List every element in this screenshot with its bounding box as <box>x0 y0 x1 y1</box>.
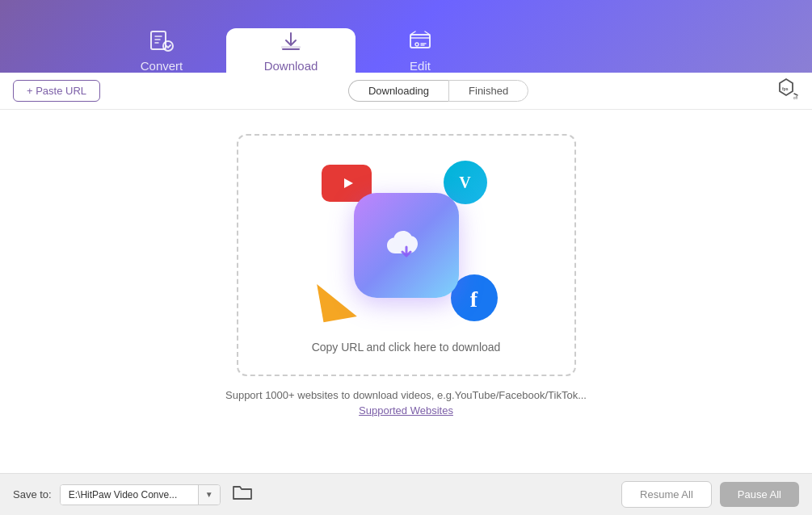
finished-tab-label: Finished <box>469 85 508 97</box>
tab-download-label: Download <box>264 59 318 73</box>
svg-point-4 <box>415 43 419 46</box>
paste-url-button[interactable]: + Paste URL <box>13 80 100 102</box>
supported-websites-link[interactable]: Supported Websites <box>359 404 453 417</box>
tab-download[interactable]: Download <box>226 28 356 77</box>
svg-text:fps: fps <box>782 86 789 91</box>
edit-icon <box>407 28 433 54</box>
pause-all-button[interactable]: Pause All <box>720 482 799 507</box>
pause-all-label: Pause All <box>738 488 781 500</box>
tab-convert-label: Convert <box>141 59 183 73</box>
tab-edit[interactable]: Edit <box>356 28 485 73</box>
path-dropdown-button[interactable]: ▼ <box>198 485 220 505</box>
svg-rect-3 <box>410 35 430 48</box>
fps-icon: fps off <box>776 84 799 104</box>
downloading-tab-btn[interactable]: Downloading <box>348 80 448 102</box>
paste-url-label: + Paste URL <box>27 85 86 97</box>
download-icon <box>278 28 304 54</box>
center-download-icon <box>354 193 459 298</box>
resume-all-button[interactable]: Resume All <box>621 481 712 508</box>
finished-tab-btn[interactable]: Finished <box>448 80 528 102</box>
save-path-input[interactable] <box>61 485 198 505</box>
tab-edit-label: Edit <box>410 59 431 73</box>
bottom-bar: Save to: ▼ Resume All Pause All <box>0 473 812 515</box>
download-tabs: Downloading Finished <box>110 80 767 102</box>
drop-zone-label: Copy URL and click here to download <box>312 341 501 354</box>
folder-icon <box>232 485 253 505</box>
illustration: V f <box>305 157 507 334</box>
open-folder-button[interactable] <box>229 484 256 506</box>
main-content: V f Copy URL and click here to download … <box>0 110 812 473</box>
convert-icon <box>149 28 175 54</box>
path-select-wrapper: ▼ <box>60 484 221 505</box>
toolbar: + Paste URL Downloading Finished fps off <box>0 73 812 110</box>
tab-convert[interactable]: Convert <box>97 28 226 73</box>
fps-toggle[interactable]: fps off <box>776 77 799 105</box>
downloading-tab-label: Downloading <box>368 85 429 97</box>
svg-marker-7 <box>344 178 353 188</box>
svg-text:off: off <box>793 96 798 100</box>
app-header: Convert Download <box>0 0 812 73</box>
drop-zone[interactable]: V f Copy URL and click here to download <box>237 134 576 376</box>
support-text: Support 1000+ websites to download video… <box>225 389 587 401</box>
triangle-float-icon <box>317 278 357 323</box>
svg-point-1 <box>163 41 173 51</box>
resume-all-label: Resume All <box>640 488 693 500</box>
save-to-label: Save to: <box>13 488 52 500</box>
svg-rect-2 <box>281 46 301 48</box>
